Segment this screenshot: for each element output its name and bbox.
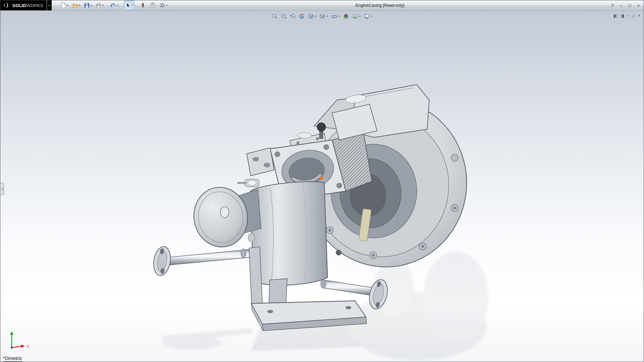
dassault-systemes-logo-icon [3, 3, 10, 8]
caret-down-icon[interactable]: ▾ [117, 4, 118, 7]
file-properties-button[interactable] [148, 1, 157, 10]
view-settings-icon [364, 13, 370, 19]
help-button[interactable]: ? [610, 3, 615, 8]
apply-scene-icon [352, 13, 358, 19]
document-minimize-button[interactable]: – [627, 13, 630, 18]
expander-arrow-icon: ▸ [49, 4, 50, 7]
hide-show-glasses-icon [331, 13, 337, 19]
caret-down-icon[interactable]: ▾ [338, 15, 340, 18]
hide-show-items-button[interactable]: ▾ [331, 13, 340, 20]
select-button[interactable]: ▾ [124, 1, 135, 10]
caret-down-icon[interactable]: ▾ [315, 15, 316, 18]
open-button[interactable]: ▾ [71, 1, 82, 10]
file-properties-icon [150, 2, 156, 8]
apply-scene-button[interactable]: ▾ [352, 13, 361, 20]
section-view-icon [299, 13, 305, 19]
undo-arrow-icon [110, 2, 116, 8]
menu-expander-button[interactable]: ▸ [47, 0, 52, 10]
caret-down-icon[interactable]: ▾ [79, 4, 80, 7]
solidworks-logo: SOLIDWORKS [0, 0, 47, 10]
select-cursor-icon [125, 2, 131, 8]
zoom-to-fit-icon [272, 13, 277, 19]
document-window-controls: ◧ ◨ – □ × [613, 13, 640, 18]
caret-down-icon[interactable]: ▾ [327, 15, 328, 18]
options-button[interactable]: ▾ [158, 1, 169, 10]
left-shaft-part[interactable] [152, 245, 262, 305]
orientation-triad: X [4, 327, 32, 356]
standard-toolbar: ▾ ▾ ▾ [59, 0, 169, 10]
logo-text: SOLIDWORKS [12, 2, 43, 8]
triad-origin [11, 347, 13, 349]
minimize-button[interactable]: – [619, 3, 624, 8]
caret-down-icon[interactable]: ▾ [91, 4, 92, 7]
edit-appearance-ball-icon [343, 13, 349, 19]
caret-down-icon[interactable]: ▾ [371, 15, 372, 18]
rebuild-stoplight-icon [140, 2, 146, 8]
selection-point-marker [320, 177, 323, 180]
new-document-icon [60, 2, 66, 8]
logo-text-works: WORKS [26, 3, 43, 8]
close-button[interactable]: × [636, 3, 641, 8]
open-folder-icon [72, 2, 78, 8]
window-controls: ? – □ × [610, 0, 641, 10]
previous-view-icon [290, 13, 296, 19]
zoom-to-fit-button[interactable] [271, 13, 278, 20]
zoom-to-area-icon [281, 13, 286, 19]
display-style-button[interactable]: ▾ [319, 13, 329, 20]
save-floppy-icon [84, 2, 90, 8]
caret-down-icon[interactable]: ▾ [359, 15, 361, 18]
new-document-button[interactable]: ▾ [59, 1, 70, 10]
titlebar: SOLIDWORKS ▸ ▾ ▾ [0, 0, 644, 11]
x-axis-arrow-icon [21, 345, 25, 348]
graphics-viewport[interactable]: ▾ ▾ ▾ [0, 11, 644, 362]
display-style-icon [320, 13, 325, 19]
solidworks-window: SOLIDWORKS ▸ ▾ ▾ [0, 0, 644, 362]
caret-down-icon[interactable]: ▾ [102, 4, 104, 7]
view-orientation-label: *Dimetric [3, 356, 22, 362]
save-button[interactable]: ▾ [83, 1, 93, 10]
zoom-to-area-button[interactable] [280, 13, 287, 20]
section-view-button[interactable] [298, 13, 305, 20]
heads-up-view-toolbar: ▾ ▾ ▾ [271, 13, 373, 20]
logo-text-solid: SOLID [12, 3, 26, 8]
print-icon [96, 2, 102, 8]
maximize-button[interactable]: □ [627, 3, 632, 8]
caret-down-icon[interactable]: ▾ [67, 4, 68, 7]
collapsed-feature-pane-tab[interactable]: ◂ [0, 183, 4, 195]
collapse-arrow-icon: ◂ [1, 188, 3, 190]
engine-casing-model[interactable] [0, 11, 644, 362]
view-settings-button[interactable]: ▾ [363, 13, 373, 20]
display-pane-toggle-icon[interactable]: ◨ [621, 13, 624, 18]
caret-down-icon[interactable]: ▾ [166, 4, 167, 7]
view-orientation-button[interactable]: ▾ [307, 13, 317, 20]
undo-button[interactable]: ▾ [109, 1, 120, 10]
print-button[interactable]: ▾ [94, 1, 105, 10]
featuremanager-pane-toggle-icon[interactable]: ◧ [613, 13, 617, 18]
caret-down-icon[interactable]: ▾ [132, 4, 133, 7]
y-axis-arrow-icon [10, 331, 13, 335]
edit-appearance-button[interactable] [342, 13, 350, 20]
document-close-button[interactable]: × [638, 13, 640, 18]
view-orientation-cube-icon [308, 13, 314, 19]
x-axis-label: X [26, 344, 29, 348]
document-title: EngineCasing [Read-only] [356, 0, 404, 10]
previous-view-button[interactable] [289, 13, 296, 20]
options-gear-icon [159, 2, 165, 8]
document-restore-button[interactable]: □ [633, 13, 635, 18]
rebuild-button[interactable] [139, 1, 147, 10]
